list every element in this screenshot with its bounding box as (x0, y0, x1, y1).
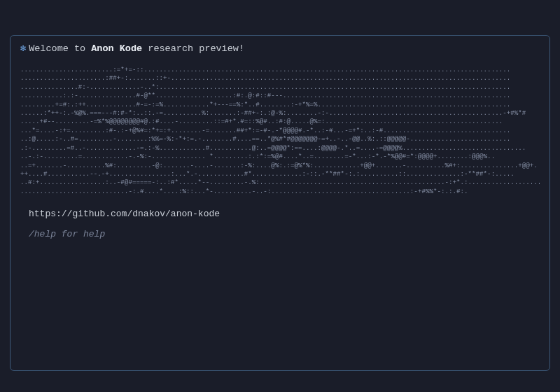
welcome-message: ✻Welcome to Anon Kode research preview! (20, 43, 540, 56)
welcome-suffix: research preview! (142, 43, 244, 54)
repo-url[interactable]: https://github.com/dnakov/anon-kode (29, 209, 540, 219)
help-hint: /help for help (29, 229, 540, 239)
ascii-art: ........................:=*+=-::........… (20, 66, 540, 196)
welcome-appname: Anon Kode (91, 43, 142, 54)
welcome-panel: ✻Welcome to Anon Kode research preview! … (10, 35, 550, 371)
welcome-prefix: Welcome to (29, 43, 91, 54)
star-icon: ✻ (20, 43, 26, 54)
